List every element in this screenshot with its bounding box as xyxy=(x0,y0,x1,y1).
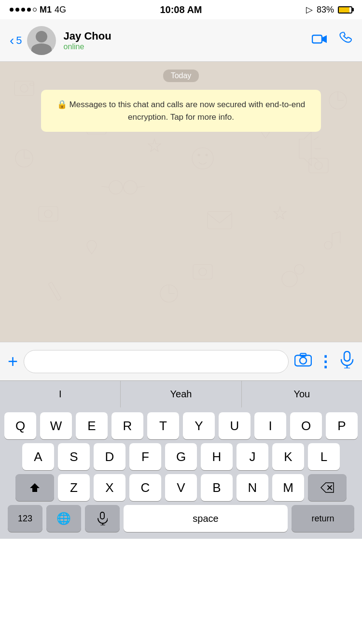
autocomplete-bar: I Yeah You xyxy=(0,380,362,407)
keyboard-mic-key[interactable] xyxy=(85,505,120,532)
key-r[interactable]: R xyxy=(111,412,143,439)
key-q[interactable]: Q xyxy=(4,412,36,439)
back-count-label: 5 xyxy=(16,34,22,47)
key-w[interactable]: W xyxy=(40,412,72,439)
svg-line-42 xyxy=(314,157,319,161)
back-button[interactable]: ‹ 5 xyxy=(10,34,22,47)
key-o[interactable]: O xyxy=(290,412,322,439)
encryption-text: 🔒 Messages to this chat and calls are no… xyxy=(57,100,305,122)
key-i[interactable]: I xyxy=(254,412,286,439)
svg-point-14 xyxy=(199,268,207,276)
key-l[interactable]: L xyxy=(308,443,340,470)
key-t[interactable]: T xyxy=(147,412,179,439)
signal-dot-4 xyxy=(27,8,31,12)
key-p[interactable]: P xyxy=(326,412,358,439)
keyboard-row-4: 123 🌐 space return xyxy=(3,505,359,532)
svg-rect-13 xyxy=(193,265,212,279)
svg-line-27 xyxy=(137,186,145,187)
svg-point-29 xyxy=(192,148,213,169)
space-key[interactable]: space xyxy=(124,505,288,532)
svg-point-32 xyxy=(282,271,297,287)
key-y[interactable]: Y xyxy=(183,412,215,439)
svg-rect-34 xyxy=(48,282,61,301)
plus-button[interactable]: + xyxy=(8,353,18,370)
nav-bar: ‹ 5 Jay Chou online xyxy=(0,19,362,62)
key-a[interactable]: A xyxy=(22,443,54,470)
battery-percentage: 83% xyxy=(317,5,334,15)
svg-point-25 xyxy=(124,181,137,194)
status-bar: M1 4G 10:08 AM ▷ 83% xyxy=(0,0,362,19)
input-bar: + ⋮ xyxy=(0,342,362,380)
backspace-key[interactable] xyxy=(308,474,347,501)
key-v[interactable]: V xyxy=(165,474,197,501)
key-n[interactable]: N xyxy=(237,474,268,501)
avatar xyxy=(27,26,56,55)
svg-rect-51 xyxy=(100,512,104,519)
autocomplete-yeah[interactable]: Yeah xyxy=(121,381,241,407)
camera-button[interactable] xyxy=(294,352,312,370)
autocomplete-you[interactable]: You xyxy=(242,381,362,407)
key-e[interactable]: E xyxy=(76,412,108,439)
autocomplete-i[interactable]: I xyxy=(0,381,121,407)
signal-dots xyxy=(10,8,37,12)
key-c[interactable]: C xyxy=(129,474,161,501)
key-k[interactable]: K xyxy=(272,443,304,470)
svg-point-35 xyxy=(324,241,332,249)
key-g[interactable]: G xyxy=(165,443,197,470)
signal-dot-1 xyxy=(10,8,14,12)
encryption-notice[interactable]: 🔒 Messages to this chat and calls are no… xyxy=(41,90,321,132)
status-right: ▷ 83% xyxy=(306,4,352,15)
key-u[interactable]: U xyxy=(219,412,251,439)
keyboard-row-1: Q W E R T Y U I O P xyxy=(3,412,359,439)
contact-text: Jay Chou online xyxy=(64,30,111,51)
key-m[interactable]: M xyxy=(272,474,304,501)
status-left: M1 4G xyxy=(10,5,66,15)
key-z[interactable]: Z xyxy=(58,474,90,501)
keyboard-row-2: A S D F G H J K L xyxy=(3,443,359,470)
svg-point-30 xyxy=(198,154,200,156)
globe-key[interactable]: 🌐 xyxy=(46,505,81,532)
key-j[interactable]: J xyxy=(237,443,268,470)
key-d[interactable]: D xyxy=(94,443,125,470)
contact-name: Jay Chou xyxy=(64,30,111,42)
svg-line-26 xyxy=(101,186,109,187)
svg-line-37 xyxy=(332,232,340,234)
more-options-button[interactable]: ⋮ xyxy=(318,352,334,371)
back-chevron-icon: ‹ xyxy=(10,34,14,47)
svg-rect-46 xyxy=(344,351,350,361)
date-badge-container: Today xyxy=(8,70,354,82)
signal-dot-3 xyxy=(21,8,25,12)
key-x[interactable]: X xyxy=(94,474,125,501)
status-time: 10:08 AM xyxy=(160,4,202,15)
network-label: 4G xyxy=(55,5,66,15)
voice-message-button[interactable] xyxy=(340,351,354,372)
key-s[interactable]: S xyxy=(58,443,90,470)
video-call-icon[interactable] xyxy=(312,33,327,48)
battery-fill xyxy=(339,7,349,13)
chat-area: Today 🔒 Messages to this chat and calls … xyxy=(0,62,362,342)
return-key[interactable]: return xyxy=(292,505,354,532)
svg-point-10 xyxy=(315,162,322,169)
location-icon: ▷ xyxy=(306,4,313,15)
shift-key[interactable] xyxy=(15,474,54,501)
svg-point-31 xyxy=(206,154,208,156)
keyboard: Q W E R T Y U I O P A S D F G H J K L Z … xyxy=(0,407,362,539)
date-pill: Today xyxy=(163,70,199,82)
svg-point-12 xyxy=(44,210,52,218)
svg-point-44 xyxy=(300,357,306,364)
key-f[interactable]: F xyxy=(129,443,161,470)
numbers-key[interactable]: 123 xyxy=(8,505,42,532)
phone-call-icon[interactable] xyxy=(339,32,352,49)
svg-rect-0 xyxy=(312,35,322,43)
key-h[interactable]: H xyxy=(201,443,233,470)
key-b[interactable]: B xyxy=(201,474,233,501)
contact-status: online xyxy=(64,42,111,51)
svg-point-33 xyxy=(294,265,304,274)
keyboard-row-3: Z X C V B N M xyxy=(3,474,359,501)
svg-rect-39 xyxy=(208,211,232,229)
svg-point-24 xyxy=(109,181,123,194)
signal-dot-2 xyxy=(15,8,19,12)
message-input[interactable] xyxy=(24,350,289,373)
contact-info[interactable]: Jay Chou online xyxy=(27,26,312,55)
battery-icon xyxy=(338,6,352,14)
